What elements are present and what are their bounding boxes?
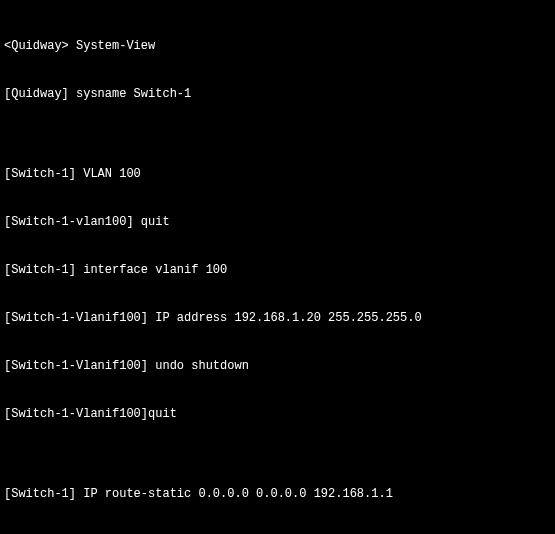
- terminal-line: [Switch-1] IP route-static 0.0.0.0 0.0.0…: [4, 486, 551, 502]
- terminal-line: [Switch-1-Vlanif100]quit: [4, 406, 551, 422]
- terminal-line: [Switch-1-Vlanif100] IP address 192.168.…: [4, 310, 551, 326]
- terminal-line: <Quidway> System-View: [4, 38, 551, 54]
- terminal-line: [Quidway] sysname Switch-1: [4, 86, 551, 102]
- terminal-line: [Switch-1] VLAN 100: [4, 166, 551, 182]
- terminal-line: [Switch-1-vlan100] quit: [4, 214, 551, 230]
- terminal-line: [Switch-1] interface vlanif 100: [4, 262, 551, 278]
- terminal-output[interactable]: <Quidway> System-View [Quidway] sysname …: [0, 0, 555, 534]
- terminal-line: [Switch-1-Vlanif100] undo shutdown: [4, 358, 551, 374]
